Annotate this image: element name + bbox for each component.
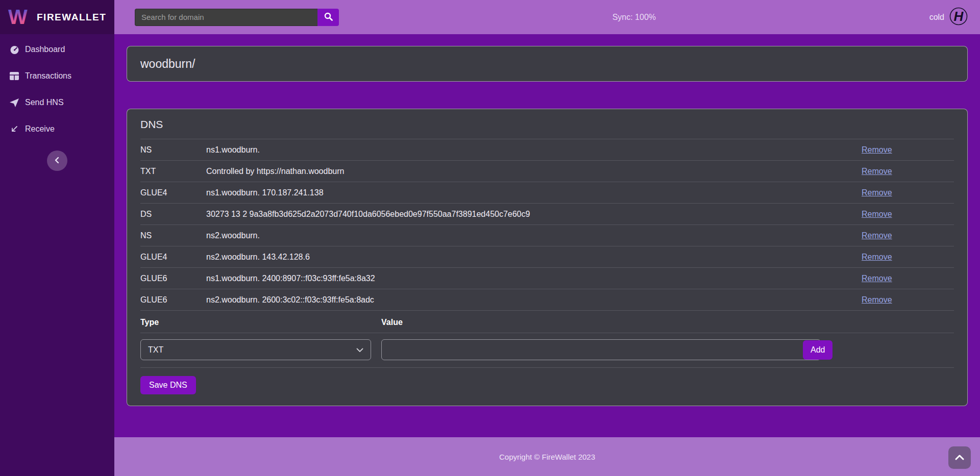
record-value: ns1.woodburn. 170.187.241.138 <box>206 182 862 204</box>
wallet-selector[interactable]: cold H <box>929 7 968 28</box>
arrow-down-left-icon <box>9 125 19 133</box>
copyright-text: Copyright © FireWallet 2023 <box>499 453 595 461</box>
remove-record-link[interactable]: Remove <box>862 231 892 240</box>
remove-record-link[interactable]: Remove <box>862 295 892 304</box>
handshake-logo-icon: H <box>949 7 968 28</box>
record-action-cell: Remove <box>862 161 954 182</box>
sync-status: Sync: 100% <box>339 13 929 22</box>
svg-text:W: W <box>8 6 28 27</box>
record-type: GLUE6 <box>140 268 206 289</box>
sidebar-collapse-button[interactable] <box>47 151 67 171</box>
dns-card: DNS NS ns1.woodburn. Remove <box>127 109 968 406</box>
sidebar-item-dashboard[interactable]: Dashboard <box>0 36 114 63</box>
dns-record-row: NS ns1.woodburn. Remove <box>140 139 954 161</box>
record-type-select[interactable]: TXT <box>140 339 371 360</box>
record-value: Controlled by https://nathan.woodburn <box>206 161 862 182</box>
remove-record-link[interactable]: Remove <box>862 167 892 176</box>
remove-record-link[interactable]: Remove <box>862 274 892 283</box>
app-window: W FIREWALLET Dashboard <box>0 0 980 476</box>
record-value: 30273 13 2 9a3a8fb3d625d2a2073d740f10da6… <box>206 204 862 225</box>
domain-title-card: woodburn/ <box>127 46 968 82</box>
dns-record-row: GLUE6 ns2.woodburn. 2600:3c02::f03c:93ff… <box>140 289 954 311</box>
actions-column-header <box>803 311 954 333</box>
remove-record-link[interactable]: Remove <box>862 145 892 154</box>
dns-card-title: DNS <box>140 118 954 139</box>
paper-plane-icon <box>9 98 19 107</box>
search-button[interactable] <box>317 9 339 26</box>
record-value: ns2.woodburn. <box>206 225 862 246</box>
record-type: TXT <box>140 161 206 182</box>
main-content: woodburn/ DNS NS ns1.woodburn. Remove <box>114 34 980 437</box>
record-value: ns2.woodburn. 143.42.128.6 <box>206 246 862 268</box>
sidebar-item-send-hns[interactable]: Send HNS <box>0 89 114 116</box>
record-type: GLUE4 <box>140 246 206 268</box>
chevron-up-icon <box>955 454 964 462</box>
selected-type-value: TXT <box>148 345 163 355</box>
domain-search <box>135 9 339 26</box>
remove-record-link[interactable]: Remove <box>862 253 892 261</box>
brand-name: FIREWALLET <box>37 12 106 23</box>
sidebar-item-label: Transactions <box>25 71 71 81</box>
record-value: ns1.woodburn. 2400:8907::f03c:93ff:fe5a:… <box>206 268 862 289</box>
search-icon <box>324 12 333 22</box>
remove-record-link[interactable]: Remove <box>862 188 892 197</box>
record-type: NS <box>140 225 206 246</box>
sidebar: W FIREWALLET Dashboard <box>0 0 114 476</box>
topbar: Sync: 100% cold H <box>114 0 980 34</box>
dns-records-table: NS ns1.woodburn. Remove TXT Controlled b… <box>140 139 954 311</box>
save-dns-button[interactable]: Save DNS <box>140 376 196 394</box>
dns-record-row: DS 30273 13 2 9a3a8fb3d625d2a2073d740f10… <box>140 204 954 225</box>
wallet-name: cold <box>929 13 944 22</box>
dns-record-row: TXT Controlled by https://nathan.woodbur… <box>140 161 954 182</box>
form-input-row: TXT <box>140 333 954 368</box>
footer: Copyright © FireWallet 2023 <box>114 437 980 476</box>
record-action-cell: Remove <box>862 268 954 289</box>
svg-text:H: H <box>954 9 964 24</box>
dns-record-row: NS ns2.woodburn. Remove <box>140 225 954 246</box>
sidebar-item-label: Send HNS <box>25 98 64 107</box>
remove-record-link[interactable]: Remove <box>862 210 892 218</box>
record-value: ns2.woodburn. 2600:3c02::f03c:93ff:fe5a:… <box>206 289 862 311</box>
chevron-left-icon <box>53 156 61 166</box>
firewallet-w-logo-icon: W <box>8 6 31 29</box>
dns-record-row: GLUE4 ns2.woodburn. 143.42.128.6 Remove <box>140 246 954 268</box>
record-value: ns1.woodburn. <box>206 139 862 161</box>
sidebar-item-label: Receive <box>25 124 55 134</box>
sidebar-item-transactions[interactable]: Transactions <box>0 63 114 89</box>
chevron-down-icon <box>356 345 363 355</box>
search-input[interactable] <box>135 9 317 26</box>
record-action-cell: Remove <box>862 139 954 161</box>
record-type: DS <box>140 204 206 225</box>
form-header-row: Type Value <box>140 311 954 333</box>
record-action-cell: Remove <box>862 182 954 204</box>
sidebar-item-receive[interactable]: Receive <box>0 116 114 142</box>
record-type: GLUE4 <box>140 182 206 204</box>
sidebar-nav: Dashboard Transactions S <box>0 34 114 142</box>
scroll-to-top-button[interactable] <box>948 446 971 469</box>
record-action-cell: Remove <box>862 204 954 225</box>
add-record-form: Type Value TXT <box>140 311 954 368</box>
dns-record-row: GLUE6 ns1.woodburn. 2400:8907::f03c:93ff… <box>140 268 954 289</box>
value-column-header: Value <box>381 311 803 333</box>
record-type: NS <box>140 139 206 161</box>
record-action-cell: Remove <box>862 289 954 311</box>
sidebar-item-label: Dashboard <box>25 45 65 54</box>
type-column-header: Type <box>140 311 381 333</box>
record-action-cell: Remove <box>862 246 954 268</box>
table-icon <box>9 72 19 80</box>
domain-title: woodburn/ <box>140 57 954 71</box>
dns-records-body: NS ns1.woodburn. Remove TXT Controlled b… <box>140 139 954 311</box>
record-type: GLUE6 <box>140 289 206 311</box>
gauge-icon <box>9 45 19 55</box>
record-value-input[interactable] <box>381 339 821 360</box>
add-record-button[interactable]: Add <box>803 340 832 360</box>
dns-record-row: GLUE4 ns1.woodburn. 170.187.241.138 Remo… <box>140 182 954 204</box>
brand-header: W FIREWALLET <box>0 0 114 34</box>
record-action-cell: Remove <box>862 225 954 246</box>
